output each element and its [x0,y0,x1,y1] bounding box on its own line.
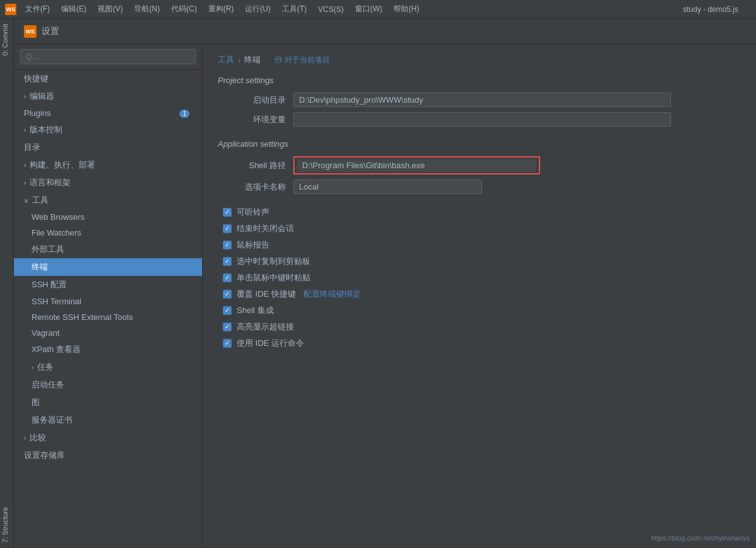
nav-right: 1 [179,108,192,118]
menu-vcs[interactable]: VCS(S) [313,4,349,15]
env-vars-input[interactable] [293,112,671,127]
nav-item-ssh-config[interactable]: SSH 配置⎘ [14,276,202,294]
checkbox-copy_selection[interactable] [223,257,232,266]
shell-path-input[interactable] [297,159,536,172]
checkbox-label-mouse_reporting: 鼠标报告 [237,239,269,251]
checkbox-row-override_ide: 覆盖 IDE 快捷键 配置终端键绑定 [218,288,741,300]
checkbox-label-copy_selection: 选中时复制到剪贴板 [237,256,310,267]
window-title: study - demo5.js [683,5,751,14]
checkbox-override_ide[interactable] [223,290,232,299]
menu-bar[interactable]: 文件(F) 编辑(E) 视图(V) 导航(N) 代码(C) 重构(R) 运行(U… [20,3,424,16]
nav-item-external-tools[interactable]: 外部工具 [14,241,202,258]
nav-label-wrap: 启动任务 [31,379,64,391]
nav-item-vcs[interactable]: ›版本控制 [14,121,202,139]
checkbox-mouse_reporting[interactable] [223,241,232,249]
breadcrumb-project-link[interactable]: ⓜ 对于当前项目 [274,55,329,66]
menu-view[interactable]: 视图(V) [93,3,128,16]
shell-path-container [293,156,741,174]
search-input[interactable] [20,49,196,64]
nav-right: ⎘ [188,280,192,290]
menu-run[interactable]: 运行(U) [240,3,276,16]
nav-label-wrap: ∨工具 [24,195,48,206]
nav-item-editor[interactable]: ›编辑器 [14,88,202,105]
checkbox-paste_middle[interactable] [223,273,232,282]
nav-item-terminal[interactable]: 终端⎘ [14,258,202,276]
nav-item-tools[interactable]: ∨工具 [14,191,202,209]
nav-item-shortcuts[interactable]: 快捷键 [14,70,202,88]
menu-refactor[interactable]: 重构(R) [203,3,239,16]
checkbox-link-override_ide[interactable]: 配置终端键绑定 [303,288,361,300]
nav-item-lang[interactable]: ›语言和框架 [14,174,202,191]
env-vars-label: 环境变量 [218,114,293,125]
nav-item-label: XPath 查看器 [31,344,81,355]
nav-label-wrap: XPath 查看器 [31,344,81,355]
nav-item-server-cert[interactable]: 服务器证书 [14,411,202,429]
checkbox-row-audible_bell: 可听铃声 [218,207,741,218]
settings-header: WS 设置 [14,19,756,44]
app-settings-grid: Shell 路径 选项卡名称 [218,156,741,194]
menu-window[interactable]: 窗口(W) [350,3,387,16]
breadcrumb-current: 终端 [244,54,261,66]
nav-item-diagram[interactable]: 图 [14,394,202,411]
vertical-tab-commit[interactable]: 0: Commit [0,19,13,60]
checkbox-label-override_ide: 覆盖 IDE 快捷键 [237,288,296,300]
nav-label-wrap: 外部工具 [31,244,64,255]
nav-label-wrap: SSH 配置 [31,279,67,290]
startup-dir-input[interactable] [293,93,671,107]
nav-label-wrap: File Watchers [31,228,81,237]
checkbox-label-shell_integration: Shell 集成 [237,305,274,316]
nav-item-label: 图 [31,397,40,408]
tab-name-input[interactable] [293,180,482,194]
nav-item-build[interactable]: ›构建、执行、部署 [14,156,202,174]
app-logo: WS [5,4,16,15]
breadcrumb-parent[interactable]: 工具 [218,54,234,66]
nav-right: ⎘ [188,380,192,390]
menu-navigate[interactable]: 导航(N) [129,3,165,16]
nav-item-file-watchers[interactable]: File Watchers⎘ [14,225,202,241]
checkbox-highlight_links[interactable] [223,323,232,331]
nav-item-vagrant[interactable]: Vagrant⎘ [14,325,202,341]
menu-file[interactable]: 文件(F) [20,3,55,16]
project-settings-grid: 启动目录 环境变量 [218,93,741,127]
nav-item-dirs[interactable]: 目录⎘ [14,139,202,156]
chevron-icon: › [24,162,26,169]
nav-item-compare[interactable]: ›比较 [14,429,202,447]
nav-item-xpath[interactable]: XPath 查看器 [14,341,202,358]
nav-item-label: Plugins [24,108,51,118]
nav-item-startup-tasks[interactable]: 启动任务⎘ [14,376,202,394]
menu-help[interactable]: 帮助(H) [388,3,424,16]
nav-item-tasks[interactable]: ›任务⎘ [14,358,202,376]
checkbox-run_commands[interactable] [223,339,232,348]
nav-item-label: 服务器证书 [31,414,72,426]
shell-path-highlight [293,156,540,174]
nav-item-ssh-terminal[interactable]: SSH Terminal [14,294,202,309]
nav-item-web-browsers[interactable]: Web Browsers [14,209,202,225]
tab-name-field [293,180,741,194]
menu-edit[interactable]: 编辑(E) [56,3,91,16]
checkbox-audible_bell[interactable] [223,208,232,217]
checkbox-close_on_exit[interactable] [223,224,232,233]
nav-item-label: File Watchers [31,228,81,237]
vertical-tab-structure[interactable]: 7: Structure [0,502,13,548]
nav-item-label: Vagrant [31,328,60,338]
nav-item-label: 编辑器 [30,91,54,102]
left-vertical-strip: 0: Commit 7: Structure [0,19,14,548]
menu-code[interactable]: 代码(C) [166,3,202,16]
watermark: https://blog.csdn.net/hylnshaoys [651,534,750,542]
nav-label-wrap: ›构建、执行、部署 [24,159,95,171]
nav-item-plugins[interactable]: Plugins1 [14,105,202,121]
nav-item-label: SSH Terminal [31,297,81,306]
nav-item-settings-repo[interactable]: 设置存储库 [14,447,202,464]
checkbox-shell_integration[interactable] [223,306,232,315]
nav-item-remote-ssh[interactable]: Remote SSH External Tools [14,309,202,325]
search-box[interactable] [14,44,202,70]
nav-item-label: 版本控制 [30,124,62,135]
startup-dir-label: 启动目录 [218,94,293,106]
menu-tools[interactable]: 工具(T) [277,3,312,16]
nav-label-wrap: ›比较 [24,432,46,443]
nav-right: ⎘ [188,263,192,272]
startup-dir-field [293,93,741,107]
checkbox-row-paste_middle: 单击鼠标中键时粘贴 [218,272,741,283]
checkbox-row-shell_integration: Shell 集成 [218,305,741,316]
breadcrumb: 工具 › 终端 ⓜ 对于当前项目 [218,54,741,66]
